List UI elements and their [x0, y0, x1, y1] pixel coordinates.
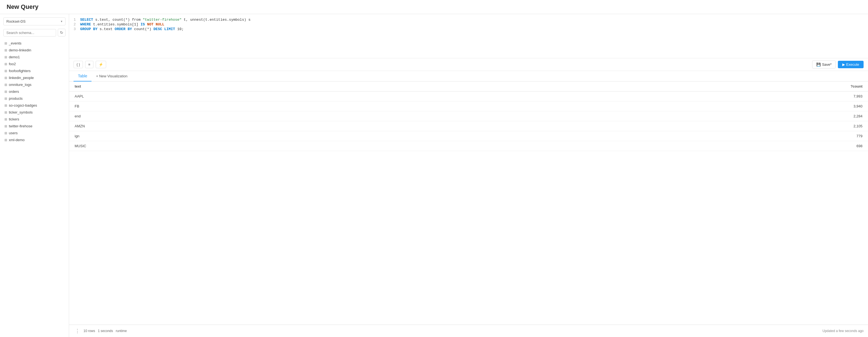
- cell-text: end: [69, 111, 465, 121]
- sidebar-item-foo2[interactable]: ⊞ foo2: [0, 61, 69, 67]
- table-row: end 2,284: [69, 111, 868, 121]
- table-row: AMZN 2,105: [69, 121, 868, 131]
- status-rows: 10 rows 1 seconds runtime: [84, 329, 127, 333]
- schema-item-label: omniture_logs: [9, 82, 32, 87]
- page-title: New Query: [7, 3, 38, 10]
- cell-count: 2,105: [465, 121, 868, 131]
- table-icon: ⊞: [4, 83, 7, 87]
- table-icon: ⊞: [4, 138, 7, 142]
- lightning-icon: ⚡: [99, 62, 103, 67]
- schema-item-label: tickers: [9, 117, 19, 121]
- cell-count: 7,993: [465, 92, 868, 101]
- sidebar-item-tickers[interactable]: ⊞ tickers: [0, 116, 69, 123]
- table-icon: ⊞: [4, 48, 7, 52]
- editor-toolbar: { } ≡ ⚡ 💾 Save* ▶ Execute: [69, 58, 868, 71]
- table-icon: ⊞: [4, 117, 7, 121]
- sidebar-item-xml-demo[interactable]: ⊞ xml-demo: [0, 136, 69, 143]
- cell-text: AMZN: [69, 121, 465, 131]
- results-table-container[interactable]: text ?count AAPL 7,993 FB 3,940: [69, 81, 868, 325]
- code-content-2: WHERE t.entities.symbols[1] IS NOT NULL: [80, 22, 868, 27]
- chevron-down-icon: ▾: [61, 20, 62, 23]
- column-header-text: text: [69, 81, 465, 92]
- schema-item-label: demo-linkedin: [9, 48, 31, 52]
- refresh-icon: ↻: [60, 30, 63, 35]
- format-button[interactable]: { }: [73, 61, 83, 68]
- schema-item-label: twitter-firehose: [9, 124, 32, 128]
- indent-icon: ≡: [88, 62, 90, 67]
- sidebar-item-events[interactable]: ⊞ _events: [0, 40, 69, 47]
- sidebar-item-demo1[interactable]: ⊞ demo1: [0, 54, 69, 61]
- sidebar-item-twitter-firehose[interactable]: ⊞ twitter-firehose: [0, 123, 69, 130]
- table-icon: ⊞: [4, 131, 7, 135]
- indent-button[interactable]: ≡: [85, 61, 93, 68]
- search-input[interactable]: [3, 29, 56, 36]
- cell-text: MUSIC: [69, 141, 465, 151]
- cell-count: 698: [465, 141, 868, 151]
- table-row: AAPL 7,993: [69, 92, 868, 101]
- table-icon: ⊞: [4, 110, 7, 114]
- datasource-label: Rockset-DS: [6, 19, 61, 24]
- tab-table-label: Table: [78, 74, 87, 78]
- table-icon: ⊞: [4, 90, 7, 94]
- table-row: FB 3,940: [69, 101, 868, 111]
- runtime-value: 1 seconds: [98, 329, 113, 333]
- results-area: Table + New Visualization text ?count: [69, 71, 868, 337]
- sidebar-item-foofoofighters[interactable]: ⊞ foofoofighters: [0, 67, 69, 74]
- status-menu-button[interactable]: ⋮: [73, 327, 81, 335]
- code-line-3: 3 GROUP BY s.text ORDER BY count(*) DESC…: [69, 27, 868, 32]
- sidebar-item-ticker-symbols[interactable]: ⊞ ticker_symbols: [0, 109, 69, 116]
- line-number-2: 2: [69, 22, 80, 27]
- cell-count: 779: [465, 131, 868, 141]
- sidebar-item-omniture-logs[interactable]: ⊞ omniture_logs: [0, 81, 69, 88]
- tab-new-visualization[interactable]: + New Visualization: [92, 71, 132, 81]
- status-bar: ⋮ 10 rows 1 seconds runtime Updated a fe…: [69, 325, 868, 337]
- schema-item-label: ticker_symbols: [9, 110, 33, 114]
- table-icon: ⊞: [4, 124, 7, 128]
- editor-area: 1 SELECT s.text, count(*) from "twitter-…: [69, 14, 868, 337]
- code-content-3: GROUP BY s.text ORDER BY count(*) DESC L…: [80, 27, 868, 31]
- schema-search-row: ↻: [3, 29, 65, 36]
- cell-text: AAPL: [69, 92, 465, 101]
- execute-label: ▶ Execute: [842, 62, 859, 67]
- sidebar: Rockset-DS ▾ ↻ ⊞ _events ⊞ demo-linkedin: [0, 14, 69, 337]
- execute-button[interactable]: ▶ Execute: [838, 61, 864, 68]
- sidebar-item-linkedin-people[interactable]: ⊞ linkedin_people: [0, 74, 69, 81]
- status-updated: Updated a few seconds ago: [823, 329, 864, 333]
- table-icon: ⊞: [4, 55, 7, 59]
- cell-count: 3,940: [465, 101, 868, 111]
- schema-item-label: users: [9, 131, 18, 135]
- schema-item-label: so-cogsci-badges: [9, 103, 37, 107]
- lightning-button[interactable]: ⚡: [96, 61, 106, 68]
- sidebar-item-demo-linkedin[interactable]: ⊞ demo-linkedin: [0, 47, 69, 54]
- rows-count: 10 rows: [84, 329, 95, 333]
- table-icon: ⊞: [4, 97, 7, 101]
- table-header-row: text ?count: [69, 81, 868, 92]
- line-number-3: 3: [69, 27, 80, 31]
- table-icon: ⊞: [4, 104, 7, 107]
- sidebar-item-users[interactable]: ⊞ users: [0, 130, 69, 136]
- table-icon: ⊞: [4, 69, 7, 73]
- cell-count: 2,284: [465, 111, 868, 121]
- tabs-bar: Table + New Visualization: [69, 71, 868, 81]
- table-icon: ⊞: [4, 41, 7, 45]
- sidebar-item-products[interactable]: ⊞ products: [0, 95, 69, 102]
- schema-item-label: products: [9, 96, 23, 101]
- code-editor[interactable]: 1 SELECT s.text, count(*) from "twitter-…: [69, 14, 868, 58]
- code-content-1: SELECT s.text, count(*) from "twitter-fi…: [80, 18, 868, 22]
- table-row: MUSIC 698: [69, 141, 868, 151]
- sidebar-item-so-cogsci-badges[interactable]: ⊞ so-cogsci-badges: [0, 102, 69, 109]
- cell-text: ign: [69, 131, 465, 141]
- schema-item-label: demo1: [9, 55, 20, 59]
- table-row: ign 779: [69, 131, 868, 141]
- datasource-selector[interactable]: Rockset-DS ▾: [3, 18, 65, 25]
- header: New Query: [0, 0, 868, 14]
- refresh-button[interactable]: ↻: [58, 29, 65, 36]
- save-icon: 💾: [816, 62, 821, 67]
- sidebar-item-orders[interactable]: ⊞ orders: [0, 88, 69, 95]
- column-header-count: ?count: [465, 81, 868, 92]
- tab-table[interactable]: Table: [73, 71, 92, 81]
- schema-item-label: xml-demo: [9, 138, 25, 142]
- save-button[interactable]: 💾 Save*: [812, 61, 836, 68]
- save-label: Save*: [822, 62, 832, 67]
- results-table: text ?count AAPL 7,993 FB 3,940: [69, 81, 868, 151]
